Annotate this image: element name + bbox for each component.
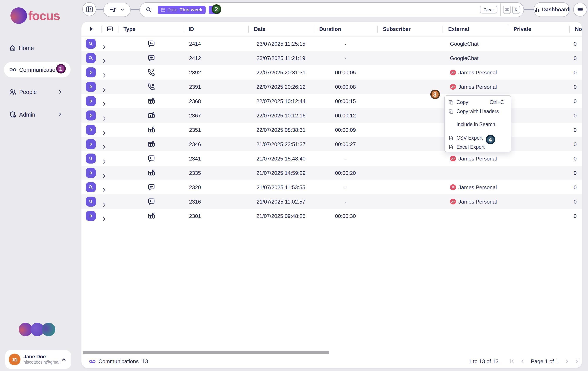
header-date[interactable]: Date: [248, 26, 314, 32]
expand-row-chevron[interactable]: [102, 173, 118, 179]
header-play-column[interactable]: [82, 26, 102, 32]
play-icon: [88, 170, 94, 176]
header-private[interactable]: Private: [508, 26, 569, 32]
chat-incoming-icon: [148, 198, 155, 205]
table-row[interactable]: 2316 21/07/2025 11:02:57 - JP James Pers…: [82, 194, 582, 209]
search-bar[interactable]: Date This week +1 Clear ⌘ K: [139, 2, 524, 17]
last-page-button[interactable]: [575, 358, 580, 364]
table-row[interactable]: 2320 21/07/2025 11:53:55 - JP James Pers…: [82, 180, 582, 194]
range-label: 1 to 13 of 13: [468, 358, 498, 364]
header-external[interactable]: External: [442, 26, 508, 32]
menu-item-label: Include in Search: [456, 122, 495, 127]
cell-notes: 0: [569, 98, 582, 104]
table-row[interactable]: 2412 23/07/2025 11:21:19 - GoogleChat 0: [82, 51, 582, 65]
copy-icon: [449, 100, 453, 105]
filter-chip-date[interactable]: Date This week: [158, 5, 206, 14]
expand-row-chevron[interactable]: [102, 101, 118, 107]
inspect-row-button[interactable]: [86, 197, 96, 207]
expand-row-chevron[interactable]: [102, 116, 118, 121]
next-page-button[interactable]: [564, 358, 570, 364]
table-header-row: Type ID Date Duration Subscriber Externa…: [82, 22, 582, 37]
menu-item-copy-with-headers[interactable]: Copy with Headers: [445, 107, 511, 116]
avatar: JP: [450, 156, 456, 161]
table-row[interactable]: 2301 21/07/2025 09:48:25 00:00:30 0: [82, 209, 582, 223]
app-logo: focus: [10, 7, 60, 24]
expand-row-chevron[interactable]: [102, 130, 118, 136]
menu-item-copy[interactable]: Copy Ctrl+C: [445, 98, 511, 107]
header-type[interactable]: Type: [118, 26, 183, 32]
expand-row-chevron[interactable]: [102, 87, 118, 93]
play-recording-button[interactable]: [86, 110, 96, 120]
chevron-right-icon: [102, 216, 107, 222]
play-recording-button[interactable]: [86, 82, 96, 92]
cell-notes: 0: [569, 69, 582, 75]
header-duration[interactable]: Duration: [314, 26, 377, 32]
file-icon: [449, 144, 453, 150]
external-name: James Personal: [458, 69, 497, 75]
cell-external: GoogleChat: [442, 41, 508, 47]
cell-date: 21/07/2025 23:51:37: [248, 141, 314, 147]
cell-id: 2346: [183, 141, 248, 147]
phone-incoming-icon: [148, 83, 155, 90]
view-filter-button[interactable]: [103, 2, 131, 17]
divider: [500, 3, 501, 16]
expand-row-chevron[interactable]: [102, 144, 118, 150]
expand-row-chevron[interactable]: [102, 159, 118, 164]
main-menu-button[interactable]: [573, 3, 587, 17]
clear-filters-button[interactable]: Clear: [480, 6, 497, 13]
header-id[interactable]: ID: [183, 26, 248, 32]
cell-external: JP James Personal: [442, 84, 508, 90]
inspect-row-button[interactable]: [86, 53, 96, 63]
inspect-row-button[interactable]: [86, 182, 96, 192]
play-recording-button[interactable]: [86, 211, 96, 221]
inspect-row-button[interactable]: [86, 153, 96, 163]
teams-icon: [148, 97, 155, 105]
menu-item-excel-export[interactable]: Excel Export: [445, 142, 511, 151]
play-recording-button[interactable]: [86, 168, 96, 178]
play-recording-button[interactable]: [86, 139, 96, 149]
first-page-button[interactable]: [509, 358, 514, 364]
table-row[interactable]: 2392 22/07/2025 20:31:31 00:00:05 JP Jam…: [82, 65, 582, 80]
play-recording-button[interactable]: [86, 67, 96, 77]
table-row[interactable]: 2335 21/07/2025 14:59:29 00:00:20 0: [82, 166, 582, 180]
header-subscriber[interactable]: Subscriber: [377, 26, 442, 32]
connector-line: [524, 9, 534, 10]
search-icon: [88, 156, 94, 161]
play-icon: [89, 26, 94, 32]
sidebar-item-home[interactable]: Home: [0, 40, 77, 56]
table-row[interactable]: 2414 23/07/2025 11:25:15 - GoogleChat 0: [82, 37, 582, 51]
collapse-sidebar-button[interactable]: [82, 2, 96, 16]
collapse-panel-icon: [85, 5, 93, 13]
menu-item-label: Copy: [456, 100, 468, 105]
expand-row-chevron[interactable]: [102, 216, 118, 222]
header-notes[interactable]: Not: [569, 26, 582, 32]
dashboard-button[interactable]: Dashboard: [534, 2, 570, 17]
sidebar-item-people[interactable]: People: [0, 84, 77, 100]
avatar: JD: [9, 354, 21, 365]
cell-id: 2414: [183, 41, 248, 47]
chat-incoming-icon: [148, 183, 155, 191]
user-menu[interactable]: JD Jane Doe hiscottocsih@gmail....: [5, 350, 71, 369]
horizontal-scrollbar[interactable]: [83, 351, 329, 354]
expand-row-chevron[interactable]: [102, 202, 118, 208]
expand-row-chevron[interactable]: [102, 73, 118, 78]
play-recording-button[interactable]: [86, 96, 96, 106]
sidebar: focus Home Communications People: [0, 0, 77, 371]
expand-row-chevron[interactable]: [102, 188, 118, 193]
external-name: James Personal: [458, 84, 497, 90]
prev-page-button[interactable]: [519, 358, 525, 364]
sidebar-item-admin[interactable]: Admin: [0, 107, 77, 122]
inspect-row-button[interactable]: [86, 39, 96, 49]
header-detail-column[interactable]: [102, 26, 118, 32]
external-name: James Personal: [458, 155, 497, 161]
expand-row-chevron[interactable]: [102, 44, 118, 50]
table-row[interactable]: 2391 22/07/2025 20:26:12 00:00:08 JP Jam…: [82, 80, 582, 94]
play-recording-button[interactable]: [86, 125, 96, 135]
menu-item-csv-export[interactable]: CSV Export: [445, 133, 511, 142]
user-name: Jane Doe: [23, 354, 61, 360]
menu-item-include-in-search[interactable]: Include in Search: [445, 120, 511, 129]
user-email: hiscottocsih@gmail....: [23, 360, 61, 365]
chevron-right-icon: [102, 73, 107, 78]
expand-row-chevron[interactable]: [102, 58, 118, 64]
table-row[interactable]: 2341 21/07/2025 15:48:40 - JP James Pers…: [82, 151, 582, 166]
